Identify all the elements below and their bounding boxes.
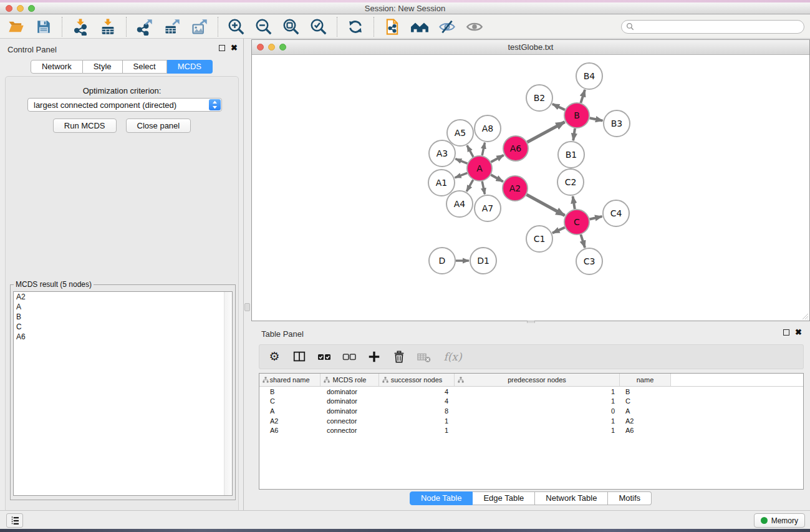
table-cell[interactable]: 1 <box>455 388 620 395</box>
import-network-button[interactable] <box>70 16 91 37</box>
show-details-button[interactable] <box>464 16 485 37</box>
table-cell[interactable]: 1 <box>455 417 620 425</box>
export-network-button[interactable] <box>134 16 155 37</box>
graph-edge-C-C1[interactable] <box>552 228 565 233</box>
table-cell[interactable]: A2 <box>620 417 671 425</box>
table-cell[interactable]: connector <box>321 417 379 425</box>
run-mcds-button[interactable]: Run MCDS <box>53 118 117 133</box>
graph-edge-A-A6[interactable] <box>491 155 503 162</box>
table-cell[interactable]: dominator <box>321 397 379 405</box>
search-field[interactable] <box>621 20 804 34</box>
table-row[interactable]: Cdominator41C <box>259 397 803 407</box>
graph-edge-B-B4[interactable] <box>581 90 585 103</box>
minimize-window-button[interactable] <box>17 5 24 12</box>
graph-edge-B-B1[interactable] <box>573 128 575 140</box>
table-cell[interactable]: 1 <box>455 397 620 405</box>
graph-edge-C-C4[interactable] <box>589 216 602 219</box>
table-options-button[interactable]: ⚙ <box>267 349 282 364</box>
export-image-button[interactable] <box>189 16 210 37</box>
table-cell[interactable]: B <box>259 388 321 395</box>
table-tab-network-table[interactable]: Network Table <box>535 491 608 505</box>
float-panel-icon[interactable] <box>219 45 225 51</box>
network-zoom-button[interactable] <box>279 44 286 51</box>
table-cell[interactable]: 8 <box>379 407 455 415</box>
hide-details-button[interactable] <box>436 16 458 37</box>
table-cell[interactable]: A <box>620 407 671 415</box>
zoom-in-button[interactable] <box>226 16 247 37</box>
table-tab-node-table[interactable]: Node Table <box>410 491 473 505</box>
memory-button[interactable]: Memory <box>754 513 805 528</box>
select-all-columns-button[interactable] <box>317 349 332 364</box>
tab-style[interactable]: Style <box>83 60 123 74</box>
network-close-button[interactable] <box>257 44 264 51</box>
zoom-selected-button[interactable] <box>308 16 329 37</box>
graph-edge-A-A2[interactable] <box>491 175 503 181</box>
table-row[interactable]: A6connector11A6 <box>259 425 803 435</box>
graph-edge-C-C2[interactable] <box>573 196 575 210</box>
table-cell[interactable]: 1 <box>379 417 455 425</box>
table-tab-motifs[interactable]: Motifs <box>608 491 652 505</box>
result-item-c[interactable]: C <box>14 322 232 332</box>
table-cell[interactable]: 1 <box>455 427 620 434</box>
result-item-b[interactable]: B <box>14 312 232 322</box>
tab-select[interactable]: Select <box>123 60 167 74</box>
table-cell[interactable]: A6 <box>620 427 671 434</box>
graph-edge-A-A1[interactable] <box>455 173 468 177</box>
table-cell[interactable]: C <box>620 397 671 405</box>
window-resize-grip[interactable] <box>801 312 808 319</box>
graph-edge-A-A3[interactable] <box>455 159 467 164</box>
search-input[interactable] <box>637 21 804 32</box>
column-header-shared-name[interactable]: shared name <box>259 374 321 386</box>
zoom-out-button[interactable] <box>253 16 274 37</box>
column-header-successor-nodes[interactable]: successor nodes <box>379 374 455 386</box>
delete-column-button[interactable] <box>392 349 407 364</box>
tab-network[interactable]: Network <box>31 60 83 74</box>
table-cell[interactable]: A2 <box>259 417 321 425</box>
result-item-a6[interactable]: A6 <box>14 332 232 342</box>
close-table-panel-icon[interactable]: ✖ <box>795 329 802 336</box>
column-header-mcds-role[interactable]: MCDS role <box>321 374 379 386</box>
delete-table-button[interactable] <box>417 349 432 364</box>
import-table-button[interactable] <box>97 16 118 37</box>
home-button[interactable] <box>409 16 430 37</box>
function-builder-button[interactable]: f(x) <box>441 349 464 364</box>
result-item-a[interactable]: A <box>14 302 232 312</box>
column-header-name[interactable]: name <box>620 374 671 386</box>
criterion-select[interactable]: largest connected component (directed) <box>27 98 222 112</box>
result-list-scrollbar[interactable] <box>224 292 232 495</box>
close-panel-icon[interactable]: ✖ <box>231 45 238 51</box>
table-row[interactable]: A2connector11A2 <box>259 416 803 426</box>
table-cell[interactable]: dominator <box>321 388 379 395</box>
zoom-fit-button[interactable] <box>281 16 302 37</box>
zoom-window-button[interactable] <box>28 5 35 12</box>
table-cell[interactable]: A <box>259 407 321 415</box>
table-cell[interactable]: A6 <box>259 427 321 434</box>
graph-edge-A-A8[interactable] <box>482 143 485 156</box>
graph-edge-A-A5[interactable] <box>467 145 473 157</box>
table-cell[interactable]: 4 <box>379 388 455 395</box>
column-header-predecessor-nodes[interactable]: predecessor nodes <box>455 374 620 386</box>
add-column-button[interactable] <box>367 349 382 364</box>
graph-edge-A2-C[interactable] <box>526 195 564 215</box>
table-cell[interactable]: connector <box>321 427 379 434</box>
deselect-all-columns-button[interactable] <box>342 349 357 364</box>
table-row[interactable]: Adominator80A <box>259 406 803 416</box>
network-canvas[interactable]: B4B2BB3A8A5A6A3B1AC2A1A2A4A7C4CC1DD1C3 <box>252 55 809 321</box>
network-document-button[interactable] <box>382 16 403 37</box>
refresh-button[interactable] <box>345 16 366 37</box>
table-cell[interactable]: 1 <box>379 427 455 434</box>
open-file-button[interactable] <box>6 16 27 37</box>
graph-edge-B-B2[interactable] <box>552 104 565 110</box>
table-cell[interactable]: B <box>620 388 671 395</box>
close-window-button[interactable] <box>6 5 12 12</box>
table-cell[interactable]: 4 <box>379 397 455 405</box>
graph-edge-A6-B[interactable] <box>527 122 564 142</box>
split-divider-handle-vertical[interactable] <box>244 303 250 311</box>
table-cell[interactable]: C <box>259 397 321 405</box>
graph-edge-A-A7[interactable] <box>482 181 485 195</box>
column-view-button[interactable] <box>292 349 307 364</box>
table-row[interactable]: Bdominator41B <box>259 387 803 397</box>
result-item-a2[interactable]: A2 <box>14 292 232 302</box>
task-history-button[interactable] <box>6 513 23 528</box>
save-session-button[interactable] <box>33 16 54 37</box>
